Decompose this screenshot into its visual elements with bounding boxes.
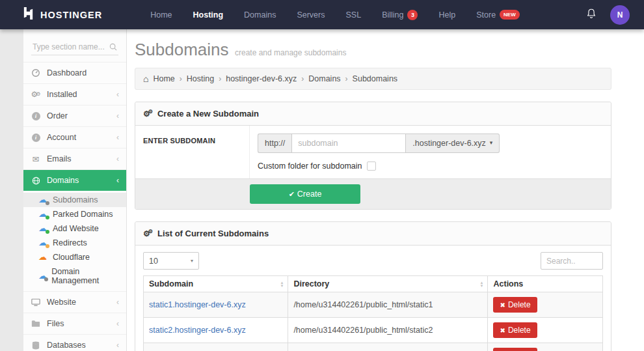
chevron-collapse-icon: ‹ bbox=[116, 133, 119, 142]
table-search-input[interactable] bbox=[541, 252, 603, 270]
domain-management-cloud-icon: ☁ bbox=[38, 272, 47, 281]
page-title: Subdomains bbox=[135, 40, 229, 59]
x-icon: ✖ bbox=[500, 327, 505, 334]
monitor-icon bbox=[31, 298, 41, 307]
subdomain-link[interactable]: static1.hostinger-dev-6.xyz bbox=[149, 300, 246, 309]
notifications-bell-icon[interactable] bbox=[585, 7, 597, 23]
breadcrumb-home[interactable]: Home bbox=[153, 74, 174, 83]
folder-icon bbox=[31, 320, 41, 328]
column-header-directory[interactable]: Directory ▲▼ bbox=[288, 276, 488, 292]
sidebar-subitem-cloudflare[interactable]: ☁ Cloudflare bbox=[23, 250, 126, 264]
left-gutter bbox=[0, 29, 23, 351]
column-header-subdomain[interactable]: Subdomain ▲▼ bbox=[144, 276, 288, 292]
top-navbar: HOSTINGER Home Hosting Domains Servers S… bbox=[0, 0, 644, 29]
breadcrumb-separator: › bbox=[301, 74, 304, 83]
chevron-collapse-icon: ‹ bbox=[116, 111, 119, 120]
create-button[interactable]: ✔Create bbox=[250, 184, 360, 204]
subdomains-cloud-icon: ☁ bbox=[38, 195, 48, 204]
user-avatar[interactable]: N bbox=[610, 5, 630, 25]
topnav-billing[interactable]: Billing 3 bbox=[371, 10, 428, 20]
sidebar-subitem-redirects[interactable]: ☁ Redirects bbox=[23, 236, 126, 250]
sidebar-item-domains[interactable]: Domains ‹ bbox=[23, 169, 126, 191]
sidebar-item-emails[interactable]: ✉ Emails ‹ bbox=[23, 148, 126, 169]
sidebar-item-files[interactable]: Files ‹ bbox=[23, 313, 126, 334]
topnav-help[interactable]: Help bbox=[428, 10, 466, 20]
avatar-initial: N bbox=[617, 10, 623, 20]
list-panel-title: List of Current Subdomains bbox=[157, 229, 269, 238]
breadcrumb-domains-section[interactable]: Domains bbox=[308, 74, 340, 83]
caret-down-icon: ▾ bbox=[191, 258, 193, 264]
gears-icon: ⚙⚙ bbox=[143, 109, 153, 118]
sidebar-item-installed[interactable]: ⚙⚙ Installed ‹ bbox=[23, 83, 126, 105]
topnav-domains[interactable]: Domains bbox=[234, 10, 286, 20]
sidebar-subitem-parked-domains[interactable]: ☁ Parked Domains bbox=[23, 207, 126, 221]
topnav-store[interactable]: Store NEW bbox=[466, 10, 530, 20]
brand-name: HOSTINGER bbox=[40, 10, 102, 20]
list-panel-header: ⚙⚙ List of Current Subdomains bbox=[135, 222, 611, 246]
chevron-collapse-icon: ‹ bbox=[116, 298, 119, 307]
breadcrumb-separator: › bbox=[345, 74, 348, 83]
create-subdomain-panel: ⚙⚙ Create a New Subdomain ENTER SUBDOMAI… bbox=[135, 102, 611, 210]
gears-icon: ⚙⚙ bbox=[31, 91, 41, 98]
protocol-prefix: http:// bbox=[258, 133, 291, 153]
directory-cell: /home/u314402261/public_html/static2 bbox=[288, 318, 488, 343]
delete-button[interactable]: ✖Delete bbox=[493, 322, 537, 338]
chevron-collapse-icon: ‹ bbox=[116, 341, 119, 350]
sort-icon[interactable]: ▲▼ bbox=[480, 281, 484, 287]
delete-button[interactable]: ✖Delete bbox=[493, 297, 537, 313]
page-size-select[interactable]: 10 ▾ bbox=[143, 252, 199, 270]
search-icon bbox=[109, 43, 117, 51]
topnav-ssl[interactable]: SSL bbox=[335, 10, 371, 20]
section-search-input[interactable] bbox=[31, 40, 118, 55]
globe-icon bbox=[31, 176, 41, 185]
subdomain-input[interactable] bbox=[291, 133, 406, 153]
sort-icon[interactable]: ▲▼ bbox=[280, 281, 284, 287]
custom-folder-label: Custom folder for subdomain bbox=[258, 161, 362, 171]
caret-down-icon: ▾ bbox=[490, 139, 493, 147]
domains-submenu: ☁ Subdomains ☁ Parked Domains ☁ Add Webs… bbox=[23, 191, 126, 291]
create-panel-title: Create a New Subdomain bbox=[157, 109, 259, 119]
sidebar-subitem-subdomains[interactable]: ☁ Subdomains bbox=[23, 193, 126, 207]
topnav-servers[interactable]: Servers bbox=[286, 10, 335, 20]
delete-button[interactable]: ✖Delete bbox=[493, 348, 537, 351]
breadcrumb: ⌂ Home › Hosting › hostinger-dev-6.xyz ›… bbox=[135, 68, 611, 90]
cloudflare-icon: ☁ bbox=[38, 253, 48, 262]
breadcrumb-hosting[interactable]: Hosting bbox=[187, 74, 214, 83]
breadcrumb-separator: › bbox=[180, 74, 182, 83]
table-row: static1.hostinger-dev-6.xyz /home/u31440… bbox=[144, 292, 603, 318]
sidebar-item-account[interactable]: i Account ‹ bbox=[23, 126, 126, 148]
breadcrumb-separator: › bbox=[219, 74, 221, 83]
sidebar-subitem-domain-management[interactable]: ☁ Domain Management bbox=[23, 264, 126, 288]
enter-subdomain-label: ENTER SUBDOMAIN bbox=[135, 126, 250, 178]
breadcrumb-domain[interactable]: hostinger-dev-6.xyz bbox=[226, 74, 297, 83]
sidebar-item-website[interactable]: Website ‹ bbox=[23, 291, 126, 313]
dashboard-gauge-icon bbox=[31, 68, 41, 77]
info-icon: i bbox=[32, 133, 40, 142]
hostinger-logo[interactable]: HOSTINGER bbox=[22, 7, 102, 23]
add-website-cloud-icon: ☁ bbox=[38, 224, 48, 233]
chevron-collapse-icon: ‹ bbox=[116, 319, 119, 328]
sidebar: Dashboard ⚙⚙ Installed ‹ i Order ‹ i Acc… bbox=[23, 29, 127, 351]
table-row: static3.hostinger-dev-6.xyz /home/u31440… bbox=[144, 343, 603, 351]
envelope-icon: ✉ bbox=[31, 155, 41, 163]
info-icon: i bbox=[32, 112, 40, 120]
topnav-hosting[interactable]: Hosting bbox=[183, 10, 234, 20]
custom-folder-checkbox[interactable] bbox=[367, 161, 376, 171]
table-row: static2.hostinger-dev-6.xyz /home/u31440… bbox=[144, 318, 603, 343]
sidebar-item-order[interactable]: i Order ‹ bbox=[23, 105, 126, 126]
sidebar-item-dashboard[interactable]: Dashboard bbox=[23, 62, 126, 83]
store-new-badge: NEW bbox=[500, 10, 520, 20]
sidebar-subitem-add-website[interactable]: ☁ Add Website bbox=[23, 221, 126, 236]
domain-suffix-dropdown[interactable]: .hostinger-dev-6.xyz ▾ bbox=[406, 133, 500, 153]
breadcrumb-subdomains[interactable]: Subdomains bbox=[353, 74, 398, 83]
subdomain-link[interactable]: static2.hostinger-dev-6.xyz bbox=[149, 326, 246, 335]
hostinger-logo-icon bbox=[22, 7, 34, 23]
column-header-actions: Actions bbox=[488, 276, 603, 292]
main-content: Subdomains create and manage subdomains … bbox=[127, 29, 644, 351]
topnav-links: Home Hosting Domains Servers SSL Billing… bbox=[140, 10, 530, 20]
topnav-home[interactable]: Home bbox=[140, 10, 182, 20]
redirects-cloud-icon: ☁ bbox=[38, 238, 48, 247]
sidebar-item-databases[interactable]: Databases ‹ bbox=[23, 334, 126, 351]
check-icon: ✔ bbox=[289, 190, 295, 198]
billing-count-badge: 3 bbox=[407, 10, 418, 20]
